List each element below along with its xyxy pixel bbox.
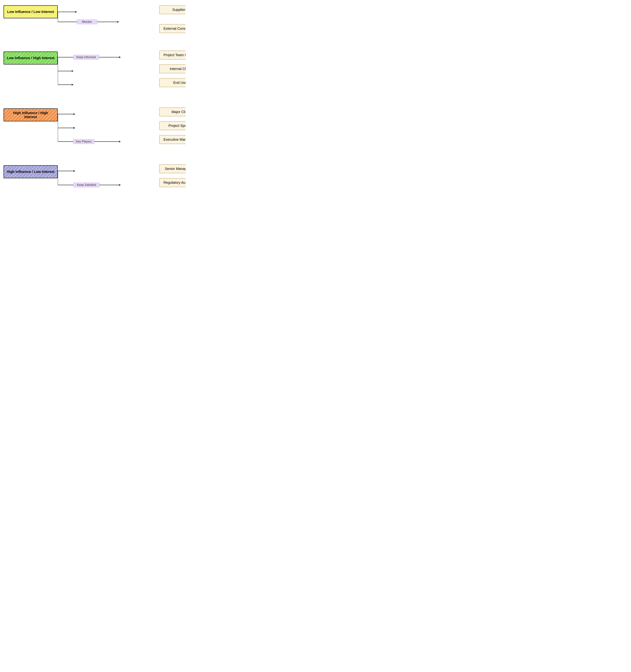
leaves-high-high: Major Clients Project Sponsors Executive… — [159, 107, 186, 144]
section-high-high: High Influence / High Interest Key Playe… — [3, 107, 182, 147]
svg-text:Key Players: Key Players — [76, 140, 92, 143]
section-high-low: High Influence / Low Interest Keep Satis… — [3, 164, 182, 190]
leaf-internal-clients: Internal Clients — [159, 65, 186, 73]
category-low-low: Low Influence / Low Interest — [3, 5, 58, 18]
svg-marker-17 — [72, 84, 73, 86]
svg-text:Keep Informed: Keep Informed — [76, 55, 96, 59]
leaf-major-clients: Major Clients — [159, 107, 186, 116]
connectors-high-low: Keep Satisfied — [58, 164, 159, 190]
category-high-low: High Influence / Low Interest — [3, 165, 58, 178]
svg-marker-30 — [73, 170, 75, 172]
leaves-high-low: Senior Management Regulatory Authorities — [159, 164, 186, 187]
stakeholder-diagram: Low Influence / Low Interest Monitor Sup… — [3, 5, 182, 190]
category-high-high: High Influence / High Interest — [3, 108, 58, 121]
section-low-high: Low Influence / High Interest Keep Infor… — [3, 51, 182, 90]
svg-marker-13 — [119, 56, 121, 58]
leaf-regulatory-authorities: Regulatory Authorities — [159, 178, 186, 187]
leaf-project-team: Project Team Members — [159, 51, 186, 59]
connectors-low-low: Monitor — [58, 5, 159, 28]
svg-text:Keep Satisfied: Keep Satisfied — [77, 183, 96, 187]
svg-marker-22 — [73, 127, 75, 129]
leaf-executive-management: Executive Management — [159, 135, 186, 144]
connectors-low-high: Keep Informed — [58, 51, 159, 90]
svg-marker-35 — [119, 184, 121, 186]
svg-marker-27 — [119, 141, 121, 142]
svg-marker-15 — [72, 70, 73, 72]
connectors-high-high: Key Players — [58, 107, 159, 147]
leaves-low-low: Suppliers External Consultants — [159, 5, 186, 33]
leaf-project-sponsors: Project Sponsors — [159, 121, 186, 130]
category-low-high: Low Influence / High Interest — [3, 51, 58, 65]
svg-marker-1 — [75, 11, 77, 13]
leaves-low-high: Project Team Members Internal Clients En… — [159, 51, 186, 87]
svg-marker-20 — [73, 113, 75, 115]
svg-marker-7 — [117, 21, 119, 23]
leaf-external-consultants: External Consultants — [159, 24, 186, 33]
leaf-end-users: End Users — [159, 78, 186, 87]
leaf-senior-management: Senior Management — [159, 164, 186, 173]
svg-text:Monitor: Monitor — [82, 20, 92, 23]
leaf-suppliers: Suppliers — [159, 5, 186, 14]
section-low-low: Low Influence / Low Interest Monitor Sup… — [3, 5, 182, 33]
